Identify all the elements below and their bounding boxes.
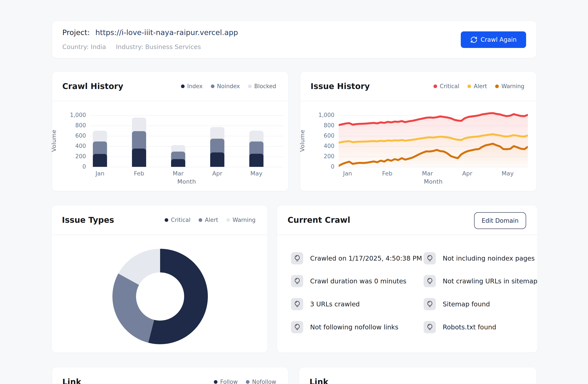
crawl-history-header: Crawl History Index Noindex Blocked (52, 72, 288, 101)
crawl-info-item: Not following nofollow links (291, 320, 399, 334)
issue-history-series (339, 111, 528, 168)
edit-domain-button[interactable]: Edit Domain (474, 212, 526, 229)
link-right-title: Link (310, 377, 328, 384)
legend-item-blocked: Blocked (248, 83, 276, 89)
crawl-info-text: Crawled on 1/17/2025, 4:50:38 PM (310, 255, 422, 262)
issue-history-title: Issue History (311, 82, 370, 91)
y-tick-label: 600 (304, 132, 335, 139)
y-tick-label: 400 (304, 143, 335, 149)
crawl-info-text: Not crawling URLs in sitemap (443, 277, 538, 285)
legend-item-follow: Follow (214, 379, 238, 384)
y-tick-label: 1,000 (304, 112, 335, 118)
y-tick-label: 800 (304, 122, 335, 128)
lightbulb-icon (424, 321, 436, 333)
crawl-info-text: Robots.txt found (443, 323, 496, 331)
legend-dot-alert (199, 218, 202, 222)
bar-segment-index (132, 149, 146, 167)
link-left-legend: Follow Nofollow (214, 367, 276, 384)
x-tick-label: Apr (202, 170, 232, 177)
legend-item-index: Index (181, 83, 203, 89)
legend-item-warning: Warning (226, 217, 255, 223)
legend-dot-follow (214, 380, 217, 384)
link-left-header: Link Follow Nofollow (52, 367, 288, 384)
legend-item-critical: Critical (434, 83, 459, 89)
x-tick-label: May (241, 170, 272, 177)
crawl-history-legend: Index Noindex Blocked (181, 72, 276, 101)
issue-types-header: Issue Types Critical Alert Warning (52, 205, 268, 235)
crawl-info-item: Not including noindex pages (424, 252, 535, 265)
crawl-info-item: Robots.txt found (424, 320, 496, 334)
donut-slice-alert (112, 274, 154, 343)
crawl-again-button[interactable]: Crawl Again (461, 31, 526, 48)
y-tick-label: 0 (304, 163, 335, 170)
project-meta: Country: India Industry: Business Servic… (62, 43, 201, 50)
gridline (90, 126, 283, 126)
bar-segment-index (93, 154, 107, 167)
project-industry: Industry: Business Services (116, 43, 201, 50)
legend-dot-blocked (248, 85, 252, 88)
y-axis-label: Volume (50, 115, 57, 167)
crawl-history-bar-chart: 02004006008001,000MonthVolumeJanFebMarAp… (52, 101, 288, 191)
x-tick-label: Feb (372, 170, 402, 177)
project-header-card: Project: https://i-love-iiit-naya-raipur… (52, 21, 537, 58)
crawl-info-item: Crawl duration was 0 minutes (291, 275, 406, 287)
legend-item-warning: Warning (495, 83, 525, 89)
lightbulb-icon (424, 275, 436, 287)
issue-history-legend: Critical Alert Warning (434, 72, 525, 101)
x-axis-label: Month (407, 178, 459, 185)
legend-item-nofollow: Nofollow (246, 379, 276, 384)
bar-segment-index (249, 154, 263, 167)
crawl-info-item: Crawled on 1/17/2025, 4:50:38 PM (291, 252, 422, 265)
current-crawl-title: Current Crawl (288, 215, 350, 225)
bar-segment-index (171, 159, 185, 167)
legend-dot-warning (495, 85, 499, 88)
legend-dot-critical (434, 85, 437, 88)
legend-item-noindex: Noindex (211, 83, 240, 89)
refresh-icon (470, 36, 478, 43)
crawl-info-item: Sitemap found (424, 298, 490, 310)
legend-item-alert: Alert (199, 217, 218, 223)
divider (52, 235, 268, 235)
link-right-header: Link (299, 367, 536, 384)
crawl-info-item: 3 URLs crawled (291, 298, 360, 310)
y-tick-label: 200 (304, 153, 335, 160)
x-tick-label: Jan (333, 170, 362, 177)
crawl-info-text: Not following nofollow links (310, 323, 399, 331)
issue-history-header: Issue History Critical Alert Warning (300, 72, 536, 101)
bar-segment-index (210, 152, 224, 167)
y-tick-label: 600 (56, 132, 86, 139)
project-url: https://i-love-iiit-naya-raipur.vercel.a… (95, 28, 238, 37)
legend-item-alert: Alert (467, 83, 487, 89)
x-axis-label: Month (161, 178, 212, 185)
lightbulb-icon (291, 298, 303, 310)
crawl-history-title: Crawl History (62, 82, 123, 91)
issue-types-donut-chart (111, 247, 210, 346)
legend-dot-index (181, 85, 185, 88)
issue-types-legend: Critical Alert Warning (165, 205, 255, 235)
x-tick-label: Feb (124, 170, 154, 177)
issue-types-title: Issue Types (62, 215, 114, 225)
issue-history-line-chart: 02004006008001,000MonthVolume JanFebMarA… (300, 101, 536, 191)
lightbulb-icon (424, 298, 436, 310)
crawl-history-card: Crawl History Index Noindex Blocked 0200… (52, 71, 288, 191)
x-tick-label: Apr (452, 170, 482, 177)
issue-types-card: Issue Types Critical Alert Warning (51, 205, 268, 353)
link-left-title: Link (62, 377, 81, 384)
issue-history-card: Issue History Critical Alert Warning 020… (300, 71, 537, 191)
crawl-info-item: Not crawling URLs in sitemap (424, 275, 538, 287)
crawl-info-text: Not including noindex pages (443, 255, 535, 262)
current-crawl-card: Current Crawl Edit Domain Crawled on 1/1… (277, 205, 538, 353)
y-tick-label: 400 (56, 143, 86, 149)
project-row: Project: https://i-love-iiit-naya-raipur… (62, 28, 238, 37)
x-tick-label: May (493, 170, 523, 177)
y-tick-label: 0 (56, 163, 86, 170)
lightbulb-icon (291, 275, 303, 287)
crawl-info-text: Sitemap found (443, 300, 490, 308)
legend-dot-noindex (211, 85, 214, 88)
lightbulb-icon (291, 321, 303, 333)
x-tick-label: Jan (85, 170, 115, 177)
x-tick-label: Mar (163, 170, 193, 177)
y-tick-label: 200 (56, 153, 86, 160)
crawl-again-label: Crawl Again (481, 36, 516, 43)
divider (277, 235, 538, 235)
